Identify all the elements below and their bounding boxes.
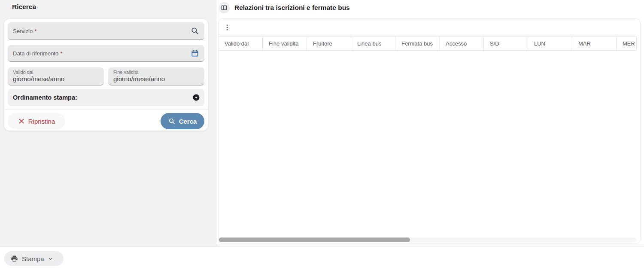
stampa-label: Stampa [22,255,44,262]
column-header-lun[interactable]: LUN [528,37,572,50]
valido-dal-field[interactable]: Valido dal giorno/mese/anno [8,67,104,85]
column-header-fruitore[interactable]: Fruitore [307,37,351,50]
valido-dal-label: Valido dal [13,70,99,75]
card-divider [4,110,208,110]
stampa-button[interactable]: Stampa [4,251,64,266]
data-riferimento-required-asterisk: * [60,50,62,57]
search-icon [168,118,176,125]
column-header-linea-bus[interactable]: Linea bus [351,37,395,50]
close-icon [18,118,25,125]
column-header-fine-validit-[interactable]: Fine validità [263,37,307,50]
printer-icon [10,255,18,263]
servizio-label: Servizio [13,28,33,34]
kebab-menu-icon[interactable] [222,22,232,33]
valido-dal-value: giorno/mese/anno [13,75,99,82]
column-header-valido-dal[interactable]: Valido dal [219,37,263,50]
cerca-button[interactable]: Cerca [161,113,204,129]
chevron-down-icon [48,256,53,262]
column-header-s-d[interactable]: S/D [484,37,528,50]
search-panel: Ricerca Servizio* Data di riferimento* V… [0,0,217,247]
page-title: Relazioni tra iscrizioni e fermate bus [234,4,350,12]
search-form-card: Servizio* Data di riferimento* Valido da… [4,19,208,131]
horizontal-scrollbar-thumb[interactable] [219,238,410,242]
data-riferimento-field[interactable]: Data di riferimento* [8,45,204,62]
ripristina-button[interactable]: Ripristina [8,113,65,129]
column-header-accesso[interactable]: Accesso [440,37,484,50]
ordinamento-stampa-dropdown[interactable]: Ordinamento stampa: [8,89,204,106]
fine-validita-field[interactable]: Fine validità giorno/mese/anno [108,67,204,85]
calendar-icon[interactable] [191,49,199,58]
results-table-card: Valido dalFine validitàFruitoreLinea bus… [218,18,641,244]
fine-validita-value: giorno/mese/anno [113,75,199,82]
servizio-field[interactable]: Servizio* [8,22,204,40]
column-header-mar[interactable]: MAR [572,37,617,50]
fine-validita-label: Fine validità [113,70,199,75]
dropdown-circle-icon[interactable] [192,94,200,101]
search-panel-title: Ricerca [12,3,36,11]
data-riferimento-label: Data di riferimento [13,50,58,57]
column-header-mer[interactable]: MER [617,37,637,50]
ripristina-label: Ripristina [28,118,55,125]
table-header-row: Valido dalFine validitàFruitoreLinea bus… [219,37,637,51]
ordinamento-stampa-label: Ordinamento stampa: [13,94,77,101]
footer-divider [0,247,644,247]
search-icon[interactable] [191,27,199,35]
panel-layout-icon[interactable] [219,2,230,13]
servizio-required-asterisk: * [34,28,36,34]
column-header-fermata-bus[interactable]: Fermata bus [395,37,440,50]
cerca-label: Cerca [179,118,197,125]
